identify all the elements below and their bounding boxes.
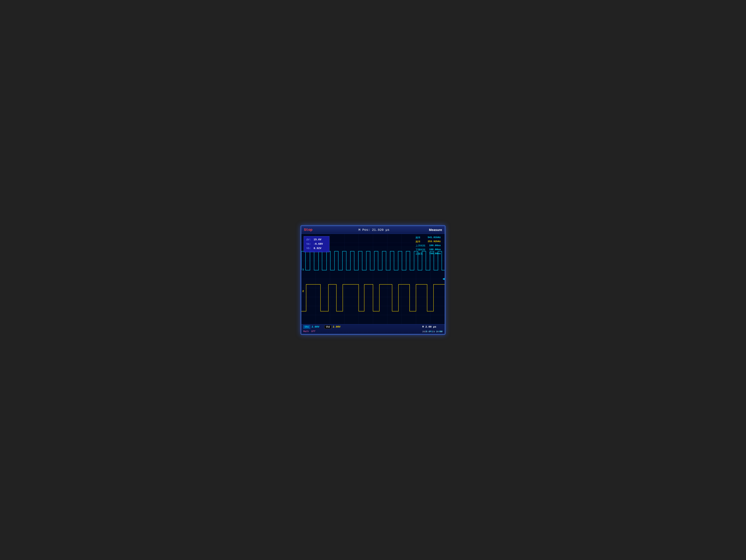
freq1-row: 频率 541.81kHz: [415, 236, 441, 239]
delta-v-row: ΔV: 15.6V: [306, 238, 327, 242]
fall-time-row: 下降时间 100.00ns: [415, 248, 441, 251]
dv-label: ΔV:: [306, 238, 311, 242]
ch2-voltage: 2.00V: [333, 325, 340, 328]
header-bar: Stop M Pos: 21.920 μs Measure: [302, 226, 444, 234]
status-indicator: Stop: [304, 228, 313, 232]
pulse-width-value: 700.00ns: [429, 252, 441, 255]
ch2-badge: Ch2: [324, 325, 332, 329]
vb-row: Vb: 8.92V: [306, 246, 327, 250]
freq2-row: 频率 253.92kHz: [415, 240, 441, 243]
ch1-voltage: 2.00V: [312, 325, 319, 328]
ch2-indicator: 2: [302, 290, 304, 293]
time-division: M 2.00 μs: [422, 325, 436, 328]
right-arrow-indicator: ◄: [442, 277, 444, 281]
bottom-row-1: Ch1 2.00V Ch2 2.00V M 2.00 μs: [302, 324, 444, 329]
rise-time-value: 100.00ns: [429, 244, 441, 247]
measurement-box: ΔV: 15.6V Va: -6.68V Vb: 8.92V: [304, 236, 329, 252]
freq2-value: 253.92kHz: [428, 240, 441, 243]
vb-value: 8.92V: [314, 246, 321, 250]
va-row: Va: -6.68V: [306, 242, 327, 246]
va-value: -6.68V: [314, 242, 323, 246]
vb-label: Vb:: [306, 246, 311, 250]
pulse-width-label: 正脉宽: [415, 252, 423, 255]
rise-time-row: 上升时间 100.00ns: [415, 244, 441, 247]
dv-value: 15.6V: [314, 238, 321, 242]
ch1-badge: Ch1: [303, 325, 310, 329]
m-pos-display: M Pos: 21.920 μs: [319, 228, 429, 232]
right-measurements-panel: 频率 541.81kHz 频率 253.92kHz 上升时间 100.00ns …: [415, 236, 441, 255]
math-label: Math: [303, 330, 309, 333]
freq2-label: 频率: [415, 240, 421, 243]
ch2-waveform: [302, 284, 444, 311]
fall-time-label: 下降时间: [415, 248, 425, 251]
m-pos-value: 21.920 μs: [372, 228, 390, 232]
freq1-label: 频率: [415, 236, 421, 239]
display-area: ΔV: 15.6V Va: -6.68V Vb: 8.92V 频率 541.81…: [302, 234, 444, 324]
oscilloscope-screen: Stop M Pos: 21.920 μs Measure: [300, 225, 446, 335]
ch1-indicator: 1: [302, 268, 304, 271]
pulse-width-row: 正脉宽 700.00ns: [415, 252, 441, 255]
timestamp: 2023.07.21 14:58: [422, 330, 442, 333]
fall-time-value: 100.00ns: [429, 248, 441, 251]
freq1-value: 541.81kHz: [428, 236, 441, 239]
m-pos-label: M Pos:: [358, 228, 370, 232]
math-status: Off: [311, 330, 315, 333]
rise-time-label: 上升时间: [415, 244, 425, 247]
va-label: Va:: [306, 242, 311, 246]
measure-button[interactable]: Measure: [429, 228, 442, 232]
